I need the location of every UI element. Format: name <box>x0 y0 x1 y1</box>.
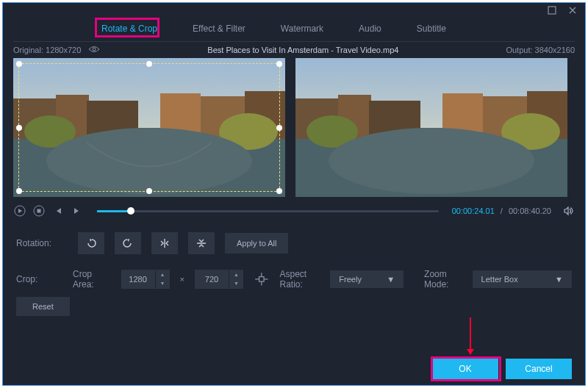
output-dimensions: Output: 3840x2160 <box>506 46 575 54</box>
apply-to-all-button[interactable]: Apply to All <box>225 233 288 254</box>
svg-point-1 <box>93 48 96 51</box>
crop-frame[interactable] <box>18 63 280 192</box>
crop-area-label: Crop Area: <box>73 269 111 290</box>
original-dimensions: Original: 1280x720 <box>13 46 81 54</box>
tab-effect-filter[interactable]: Effect & Filter <box>175 18 263 41</box>
aspect-ratio-label: Aspect Ratio: <box>279 269 326 290</box>
reset-button[interactable]: Reset <box>16 297 70 316</box>
rotation-label: Rotation: <box>16 238 68 248</box>
seek-track[interactable] <box>97 210 439 212</box>
preview-left[interactable] <box>13 58 285 197</box>
zoom-mode-label: Zoom Mode: <box>424 269 468 290</box>
eye-icon[interactable] <box>88 46 100 54</box>
svg-rect-28 <box>37 209 41 213</box>
svg-rect-0 <box>548 7 556 14</box>
filename: Best Places to Visit In Amsterdam - Trav… <box>100 46 506 54</box>
tab-audio[interactable]: Audio <box>341 18 399 41</box>
crop-width-input[interactable]: 1280▲▼ <box>121 270 170 289</box>
cancel-button[interactable]: Cancel <box>506 359 572 379</box>
tab-watermark[interactable]: Watermark <box>263 18 341 41</box>
rotate-left-icon[interactable] <box>78 232 104 254</box>
maximize-icon[interactable] <box>547 5 557 15</box>
zoom-mode-select[interactable]: Letter Box▼ <box>473 270 572 288</box>
annotation-arrow <box>470 317 471 353</box>
crop-height-input[interactable]: 720▲▼ <box>195 270 243 289</box>
dimension-x: × <box>180 275 184 284</box>
time-current: 00:00:24.01 <box>452 206 495 215</box>
close-icon[interactable] <box>567 5 578 15</box>
tab-bar: Rotate & Crop Effect & Filter Watermark … <box>3 18 585 41</box>
crop-label: Crop: <box>16 274 62 284</box>
recenter-icon[interactable] <box>254 270 270 288</box>
seek-knob[interactable] <box>127 207 135 215</box>
aspect-ratio-select[interactable]: Freely▼ <box>330 270 404 288</box>
highlight-rotate-crop <box>95 18 159 37</box>
next-frame-icon[interactable] <box>71 204 84 218</box>
volume-icon[interactable] <box>562 204 575 218</box>
time-total: 00:08:40.20 <box>509 206 551 215</box>
rotate-right-icon[interactable] <box>115 232 141 254</box>
prev-frame-icon[interactable] <box>51 204 65 218</box>
flip-horizontal-icon[interactable] <box>151 232 178 254</box>
play-icon[interactable] <box>13 204 26 218</box>
preview-right <box>295 58 567 197</box>
time-sep: / <box>501 206 503 215</box>
svg-point-25 <box>329 128 534 194</box>
stop-icon[interactable] <box>32 204 46 218</box>
tab-subtitle[interactable]: Subtitle <box>399 18 464 41</box>
highlight-ok <box>431 356 501 381</box>
flip-vertical-icon[interactable] <box>188 232 215 254</box>
